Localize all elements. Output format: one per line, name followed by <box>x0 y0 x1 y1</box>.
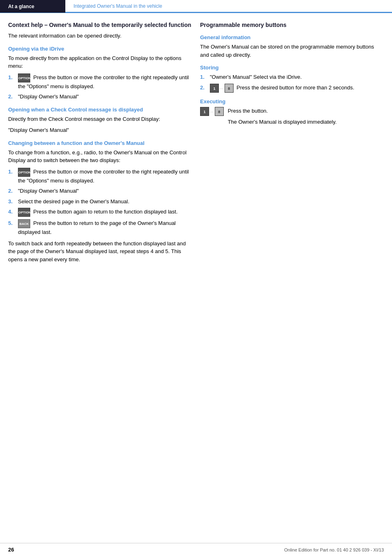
right-column: Programmable memory buttons General info… <box>200 21 384 267</box>
memory-button-icons: 1 ... 8 <box>210 84 234 93</box>
option-button-icon: OPTION <box>18 73 30 82</box>
step-1-changing: 1. OPTION Press the button or move the c… <box>8 168 192 185</box>
general-info-body: The Owner's Manual can be stored on the … <box>200 43 384 59</box>
opening-idrive-steps: 1. OPTION Press the button or move the c… <box>8 73 192 101</box>
storing-step-2: 2. 1 ... 8 Press the desired button for … <box>200 84 384 93</box>
executing-title: Executing <box>200 98 384 105</box>
edition-text: Online Edition for Part no. 01 40 2 926 … <box>284 547 384 552</box>
step-4-changing: 4. OPTION Press the button again to retu… <box>8 208 192 217</box>
num-box-1: 1 <box>210 84 219 93</box>
step-2-idrive: 2. "Display Owner's Manual" <box>8 93 192 101</box>
page-number: 26 <box>8 547 14 553</box>
programmable-buttons-title: Programmable memory buttons <box>200 21 384 29</box>
check-control-title: Opening when a Check Control message is … <box>8 107 192 113</box>
context-help-body: The relevant information can be opened d… <box>8 32 192 40</box>
page-footer: 26 Online Edition for Part no. 01 40 2 9… <box>0 543 392 556</box>
storing-title: Storing <box>200 64 384 71</box>
check-control-body: Directly from the Check Control message … <box>8 115 192 123</box>
executing-button-icons: 1 ... 8 <box>200 107 224 116</box>
storing-steps: 1. "Owner's Manual" Select via the iDriv… <box>200 73 384 93</box>
executing-content: 1 ... 8 Press the button. The Owner's Ma… <box>200 107 384 129</box>
opening-idrive-title: Opening via the iDrive <box>8 46 192 52</box>
step-2-changing: 2. "Display Owner's Manual" <box>8 187 192 195</box>
option-button-icon-3: OPTION <box>18 208 30 217</box>
storing-step-1: 1. "Owner's Manual" Select via the iDriv… <box>200 73 384 81</box>
executing-text-2: The Owner's Manual is displayed immediat… <box>228 118 337 126</box>
back-button-icon: BACK <box>18 219 30 228</box>
header-section-label: At a glance <box>0 0 65 13</box>
num-box-8: 8 <box>225 84 234 93</box>
check-control-quote: "Display Owner's Manual" <box>8 126 192 134</box>
changing-between-closing: To switch back and forth repeatedly betw… <box>8 240 192 264</box>
step-1-idrive: 1. OPTION Press the button or move the c… <box>8 73 192 91</box>
header-chapter-label: Integrated Owner's Manual in the vehicle <box>65 0 392 13</box>
option-button-icon-2: OPTION <box>18 168 30 177</box>
step-5-changing: 5. BACK Press the button to return to th… <box>8 219 192 236</box>
page-header: At a glance Integrated Owner's Manual in… <box>0 0 392 13</box>
opening-idrive-body: To move directly from the application on… <box>8 54 192 70</box>
exec-num-box-8: 8 <box>215 107 224 116</box>
changing-between-steps: 1. OPTION Press the button or move the c… <box>8 168 192 236</box>
general-info-title: General information <box>200 34 384 40</box>
executing-text-1: Press the button. <box>228 107 337 115</box>
main-content: Context help – Owner's Manual to the tem… <box>0 13 392 275</box>
exec-num-box-1: 1 <box>200 107 209 116</box>
changing-between-body: To change from a function, e.g., radio, … <box>8 149 192 165</box>
left-column: Context help – Owner's Manual to the tem… <box>8 21 192 267</box>
context-help-title: Context help – Owner's Manual to the tem… <box>8 21 192 29</box>
changing-between-title: Changing between a function and the Owne… <box>8 140 192 146</box>
step-3-changing: 3. Select the desired page in the Owner'… <box>8 198 192 206</box>
